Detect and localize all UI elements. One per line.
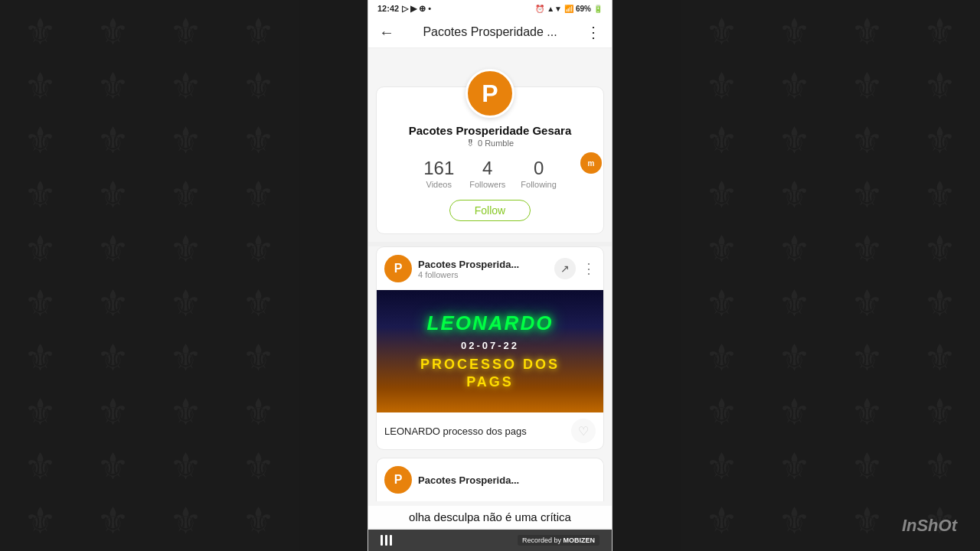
back-button[interactable]: ← [379,24,394,41]
rumble-badge: 🎖 0 Rumble [466,139,514,148]
recorder-brand: MOBIZEN [564,536,596,544]
heart-icon-1: ♡ [578,424,589,439]
header-title: Pacotes Prosperidade ... [423,25,557,39]
main-content: P Pacotes Prosperidade Gesara 🎖 0 Rumble… [368,48,612,551]
pause-button[interactable] [381,535,392,546]
post-video-title-1: LEONARDO processo dos pags [384,425,571,437]
heart-button-1[interactable]: ♡ [571,419,596,443]
fleur-pattern-right: ⚜⚜⚜⚜⚜⚜⚜⚜⚜⚜⚜⚜⚜⚜⚜⚜⚜⚜⚜⚜⚜⚜⚜⚜⚜⚜⚜⚜⚜⚜⚜⚜⚜⚜⚜⚜⚜⚜⚜⚜ [681,0,980,551]
profile-card: P Pacotes Prosperidade Gesara 🎖 0 Rumble… [376,86,604,234]
notification-badge: m [580,152,602,174]
pause-bar-2 [385,535,387,546]
bottom-bar: Recorded by MOBIZEN [368,530,612,551]
share-icon-1: ↗ [560,262,570,275]
video-date: 02-07-22 [461,340,519,351]
rumble-text: 0 Rumble [478,139,514,148]
videos-count: 161 [423,158,454,178]
share-button-1[interactable]: ↗ [554,258,576,279]
pause-bar-3 [390,535,392,546]
follow-button[interactable]: Follow [449,200,531,221]
battery-icon: 🔋 [593,5,603,13]
wifi-icon: ▲▼ [547,5,562,13]
stat-following: 0 Following [521,158,556,189]
profile-name: Pacotes Prosperidade Gesara [409,124,572,137]
post-actions-1: ↗ ⋮ [554,258,596,279]
post-avatar-1: P [384,255,412,282]
recorded-badge: Recorded by MOBIZEN [518,535,599,546]
post2-avatar: P [384,466,412,494]
stat-videos: 161 Videos [423,158,454,189]
rumble-icon: 🎖 [466,139,475,148]
video-post-2-preview: P Pacotes Prosperida... [376,458,604,501]
following-count: 0 [534,158,544,178]
post-footer-1: LEONARDO processo dos pags ♡ [377,412,603,449]
app-header: ← Pacotes Prosperidade ... ⋮ [368,17,612,48]
profile-avatar: P [466,69,514,118]
bg-left-panel: ⚜⚜⚜⚜⚜⚜⚜⚜⚜⚜⚜⚜⚜⚜⚜⚜⚜⚜⚜⚜⚜⚜⚜⚜⚜⚜⚜⚜⚜⚜⚜⚜⚜⚜⚜⚜⚜⚜⚜⚜ [0,0,299,551]
phone-frame: 12:42 ▷ ▶ ⊕ • ⏰ ▲▼ 📶 69% 🔋 ← Pacotes Pro… [368,0,612,551]
alarm-icon: ⏰ [535,5,544,13]
signal-icon: 📶 [564,5,573,13]
following-label: Following [521,180,556,189]
post-header-1: P Pacotes Prosperida... 4 followers ↗ ⋮ [377,247,603,290]
status-left: 12:42 ▷ ▶ ⊕ • [377,4,431,14]
subtitle-bar: olha desculpa não é uma crítica [368,506,612,528]
video-thumbnail-1[interactable]: LEONARDO 02-07-22 PROCESSO DOS PAGS [377,290,603,412]
videos-label: Videos [426,180,452,189]
pause-bar-1 [381,535,383,546]
status-right: ⏰ ▲▼ 📶 69% 🔋 [535,5,603,13]
stat-followers: 4 Followers [469,158,505,189]
subtitle-text: olha desculpa não é uma crítica [409,510,571,523]
video-title-overlay: LEONARDO 02-07-22 PROCESSO DOS PAGS [420,311,560,392]
post2-name: Pacotes Prosperida... [418,474,519,486]
video-subtitle: PROCESSO DOS PAGS [420,356,560,392]
status-icons: ▷ ▶ ⊕ • [402,4,431,14]
fleur-pattern-left: ⚜⚜⚜⚜⚜⚜⚜⚜⚜⚜⚜⚜⚜⚜⚜⚜⚜⚜⚜⚜⚜⚜⚜⚜⚜⚜⚜⚜⚜⚜⚜⚜⚜⚜⚜⚜⚜⚜⚜⚜ [0,0,299,551]
status-time: 12:42 [377,4,399,13]
followers-count: 4 [482,158,492,178]
video-name: LEONARDO [427,311,554,335]
stats-row: 161 Videos 4 Followers 0 Following [423,158,557,189]
status-bar: 12:42 ▷ ▶ ⊕ • ⏰ ▲▼ 📶 69% 🔋 [368,0,612,17]
battery-text: 69% [576,5,591,13]
more-button[interactable]: ⋮ [586,23,601,41]
inshot-watermark: InShOt [902,516,957,536]
video-post-1: P Pacotes Prosperida... 4 followers ↗ ⋮ … [376,246,604,450]
post-info-1: Pacotes Prosperida... 4 followers [418,259,548,279]
post-more-button-1[interactable]: ⋮ [582,260,596,277]
recorded-text: Recorded by [522,536,564,544]
post-followers-1: 4 followers [418,270,548,279]
post-username-1: Pacotes Prosperida... [418,259,548,270]
bg-right-panel: ⚜⚜⚜⚜⚜⚜⚜⚜⚜⚜⚜⚜⚜⚜⚜⚜⚜⚜⚜⚜⚜⚜⚜⚜⚜⚜⚜⚜⚜⚜⚜⚜⚜⚜⚜⚜⚜⚜⚜⚜ [681,0,980,551]
followers-label: Followers [469,180,505,189]
